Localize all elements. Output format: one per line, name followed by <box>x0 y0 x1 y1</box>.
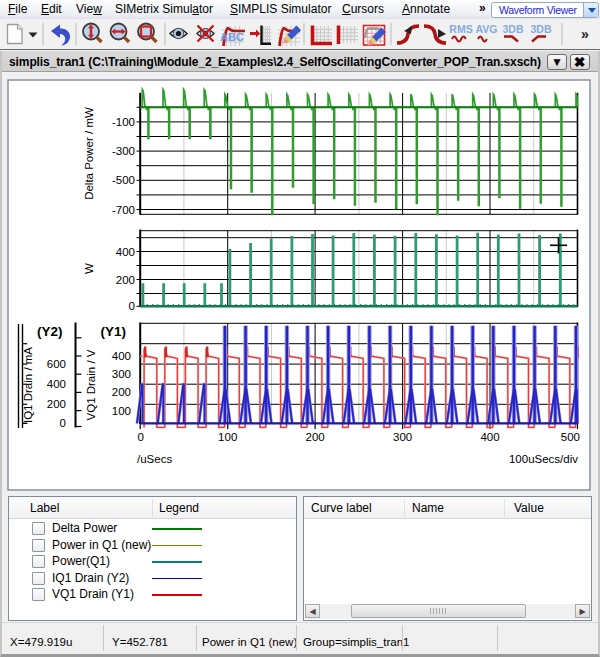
svg-text:0: 0 <box>129 300 135 312</box>
svg-text:400: 400 <box>116 246 135 258</box>
svg-text:600: 600 <box>47 358 66 370</box>
svg-text:-300: -300 <box>112 145 135 157</box>
svg-text:(Y1): (Y1) <box>101 324 127 339</box>
svg-text:300: 300 <box>112 368 131 380</box>
svg-text:VQ1 Drain / V: VQ1 Drain / V <box>85 349 97 420</box>
svg-text:100: 100 <box>218 431 237 443</box>
svg-text:(Y2): (Y2) <box>37 324 63 339</box>
svg-text:500: 500 <box>561 431 580 443</box>
svg-text:400: 400 <box>480 431 499 443</box>
svg-text:200: 200 <box>306 431 325 443</box>
svg-text:300: 300 <box>393 431 412 443</box>
svg-text:100uSecs/div: 100uSecs/div <box>509 453 578 465</box>
svg-text:400: 400 <box>47 378 66 390</box>
svg-text:-700: -700 <box>112 204 135 216</box>
svg-text:200: 200 <box>116 274 135 286</box>
svg-text:/uSecs: /uSecs <box>137 453 172 465</box>
svg-text:-500: -500 <box>112 174 135 186</box>
svg-text:IQ1 Drain / mA: IQ1 Drain / mA <box>22 347 34 423</box>
svg-text:200: 200 <box>47 398 66 410</box>
svg-text:W: W <box>83 263 95 274</box>
svg-text:100: 100 <box>112 405 131 417</box>
svg-text:0: 0 <box>137 431 143 443</box>
svg-text:200: 200 <box>112 386 131 398</box>
svg-text:Delta Power / mW: Delta Power / mW <box>83 107 95 200</box>
svg-text:400: 400 <box>112 350 131 362</box>
svg-text:-100: -100 <box>112 116 135 128</box>
svg-text:0: 0 <box>60 417 66 429</box>
